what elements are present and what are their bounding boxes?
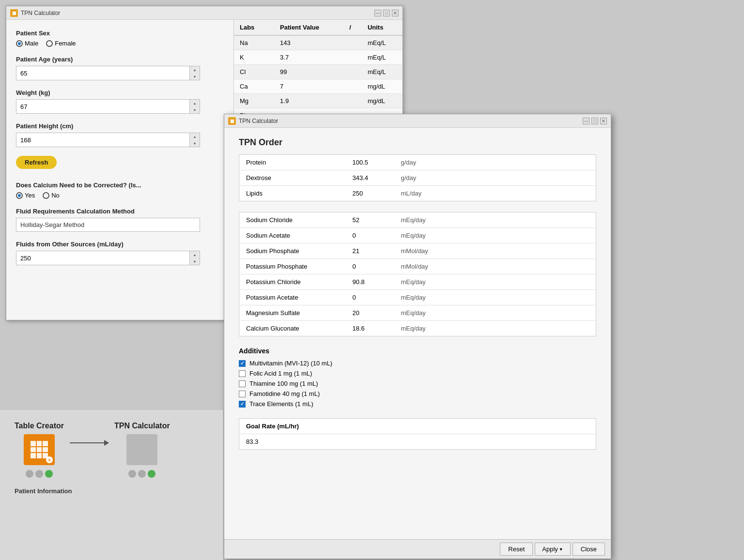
height-up[interactable]: ▲ [190,133,200,140]
electrolyte-value: 0 [346,259,394,274]
fluid-method-dropdown[interactable]: Holliday-Segar Method [16,218,200,232]
labs-header-units: Units [362,20,403,35]
plus-badge: + [46,456,53,463]
additive-item[interactable]: Famotidine 40 mg (1 mL) [239,390,596,397]
additive-checkbox[interactable] [239,360,246,367]
additive-label: Multivitamin (MVI-12) (10 mL) [249,360,332,367]
macro-unit: g/day [394,155,596,170]
front-maximize-button[interactable]: □ [591,118,598,124]
patient-sex-label: Patient Sex [16,30,224,37]
lab-edit [343,79,362,94]
patient-sex-group: Patient Sex Male Female [16,30,224,47]
macro-row: Lipids 250 mL/day [239,186,596,201]
height-group: Patient Height (cm) ▲ ▼ [16,122,224,147]
calcium-yes-label: Yes [25,192,35,199]
close-button[interactable]: Close [573,543,605,556]
height-down[interactable]: ▼ [190,140,200,147]
additive-checkbox[interactable] [239,370,246,377]
calcium-group: Does Calcium Need to be Corrected? (Is..… [16,182,224,199]
weight-spinner[interactable]: ▲ ▼ [16,99,200,114]
lab-value[interactable]: 7 [274,79,343,94]
lab-name: Mg [234,94,274,108]
back-maximize-button[interactable]: □ [383,10,390,16]
front-close-button[interactable]: ✕ [600,118,607,124]
fluids-other-up[interactable]: ▲ [190,251,200,258]
front-window-content: TPN Order Protein 100.5 g/day Dextrose 3… [224,128,611,539]
lab-value[interactable]: 3.7 [274,50,343,65]
electrolyte-row: Magnesium Sulfate 20 mEq/day [239,305,596,321]
additive-checkbox[interactable] [239,401,246,408]
node2-dot2 [138,470,146,478]
table-creator-icon[interactable]: + [24,434,55,465]
weight-input[interactable] [16,100,189,113]
weight-up[interactable]: ▲ [190,100,200,106]
electrolyte-row: Potassium Phosphate 0 mMol/day [239,259,596,274]
electrolyte-value: 18.6 [346,321,394,336]
female-radio-indicator [46,40,53,47]
node1-title: Table Creator [15,422,64,430]
apply-button[interactable]: Apply ▼ [535,543,570,556]
height-input[interactable] [16,133,189,147]
patient-information-label: Patient Information [15,487,208,495]
electrolyte-unit: mEq/day [394,321,596,336]
fluids-other-input[interactable] [16,251,189,265]
node1-dot2 [35,470,43,478]
electrolyte-row: Sodium Acetate 0 mEq/day [239,228,596,243]
back-window-icon: ▦ [10,9,18,17]
electrolytes-table: Sodium Chloride 52 mEq/day Sodium Acetat… [239,212,596,336]
reset-button[interactable]: Reset [500,543,533,556]
lab-edit [343,35,362,50]
electrolyte-value: 20 [346,305,394,321]
tpn-calculator-icon[interactable] [126,434,157,465]
patient-age-input[interactable] [16,66,189,80]
electrolyte-value: 0 [346,228,394,243]
lab-value[interactable]: 1.9 [274,94,343,108]
lab-value[interactable]: 99 [274,65,343,79]
back-titlebar: ▦ TPN Calculator — □ ✕ [6,6,403,20]
arrow-connector [64,442,114,457]
additive-item[interactable]: Multivitamin (MVI-12) (10 mL) [239,360,596,367]
apply-label: Apply [542,545,558,553]
patient-age-down[interactable]: ▼ [190,73,200,80]
front-window: ▦ TPN Calculator — □ ✕ TPN Order Protein… [224,114,611,559]
front-window-icon: ▦ [228,117,236,125]
additive-checkbox[interactable] [239,391,246,397]
additive-checkbox[interactable] [239,380,246,387]
height-spinner[interactable]: ▲ ▼ [16,133,200,147]
electrolyte-name: Potassium Chloride [239,274,346,290]
additive-item[interactable]: Thiamine 100 mg (1 mL) [239,380,596,387]
refresh-button[interactable]: Refresh [16,156,57,169]
patient-age-up[interactable]: ▲ [190,66,200,73]
grid-icon [31,441,48,458]
fluid-method-group: Fluid Requirements Calculation Method Ho… [16,208,224,232]
lab-name: Na [234,35,274,50]
node2-dot1 [128,470,136,478]
labs-header-value: Patient Value [274,20,343,35]
labs-header-edit: / [343,20,362,35]
back-window-title: TPN Calculator [21,10,372,16]
weight-group: Weight (kg) ▲ ▼ [16,89,224,114]
additive-label: Folic Acid 1 mg (1 mL) [249,370,312,377]
workflow-nodes: Table Creator + [15,422,208,478]
additive-item[interactable]: Trace Elements (1 mL) [239,400,596,408]
left-panel: Patient Sex Male Female Patient Age (yea… [6,20,234,320]
front-window-title: TPN Calculator [239,118,580,124]
front-minimize-button[interactable]: — [583,118,589,124]
apply-dropdown-arrow[interactable]: ▼ [559,547,563,552]
weight-down[interactable]: ▼ [190,106,200,113]
patient-sex-female[interactable]: Female [46,40,76,47]
lab-value[interactable]: 143 [274,35,343,50]
fluids-other-spinner[interactable]: ▲ ▼ [16,251,200,265]
back-close-button[interactable]: ✕ [392,10,399,16]
additive-item[interactable]: Folic Acid 1 mg (1 mL) [239,370,596,377]
electrolyte-row: Potassium Chloride 90.8 mEq/day [239,274,596,290]
labs-row: Mg 1.9 mg/dL [234,94,403,108]
electrolyte-value: 90.8 [346,274,394,290]
calcium-no[interactable]: No [43,192,60,199]
calcium-yes[interactable]: Yes [16,192,35,199]
back-minimize-button[interactable]: — [374,10,381,16]
electrolyte-row: Sodium Phosphate 21 mMol/day [239,243,596,259]
patient-sex-male[interactable]: Male [16,40,38,47]
patient-age-spinner[interactable]: ▲ ▼ [16,66,200,80]
fluids-other-down[interactable]: ▼ [190,258,200,265]
